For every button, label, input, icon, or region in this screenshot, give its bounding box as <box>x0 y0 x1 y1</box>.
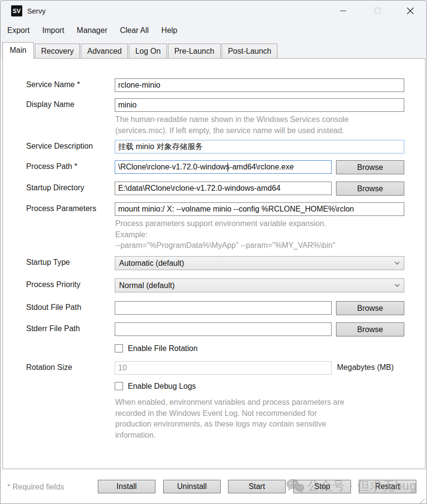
startup-type-value: Automatic (default) <box>119 259 184 268</box>
resize-grip[interactable] <box>420 499 425 504</box>
enable-file-rotation-label: Enable File Rotation <box>128 344 198 353</box>
process-parameters-help: Process parameters support environment v… <box>115 218 336 251</box>
rotation-size-unit-label: Megabytes (MB) <box>337 363 394 372</box>
service-description-label: Service Description <box>26 142 93 151</box>
browse-stderr-button[interactable]: Browse <box>336 322 404 336</box>
process-priority-select[interactable]: Normal (default) <box>115 278 404 292</box>
window-title: Servy <box>27 7 46 15</box>
chevron-down-icon <box>395 261 400 265</box>
stdout-file-path-input[interactable] <box>115 301 332 315</box>
tab-main[interactable]: Main <box>2 42 34 59</box>
process-parameters-label: Process Parameters <box>26 204 96 213</box>
startup-directory-input[interactable] <box>115 182 332 195</box>
stop-button[interactable]: Stop <box>293 480 351 493</box>
servy-window: SV Servy Export Import Manager Clear All… <box>0 0 427 504</box>
stderr-file-path-input[interactable] <box>115 322 332 336</box>
enable-debug-logs-label: Enable Debug Logs <box>128 382 196 391</box>
stdout-file-path-label: Stdout File Path <box>26 303 81 312</box>
rotation-size-input[interactable] <box>115 361 332 375</box>
tab-pre-launch[interactable]: Pre-Launch <box>168 44 221 58</box>
service-name-input[interactable] <box>115 78 404 92</box>
stderr-file-path-label: Stderr File Path <box>26 324 80 333</box>
menu-manager[interactable]: Manager <box>77 26 107 35</box>
close-button[interactable] <box>401 3 419 18</box>
process-path-label: Process Path * <box>26 162 77 171</box>
tab-post-launch[interactable]: Post-Launch <box>222 44 278 58</box>
maximize-button <box>369 3 386 18</box>
browse-process-path-button[interactable]: Browse <box>336 160 404 174</box>
menu-bar: Export Import Manager Clear All Help <box>0 21 177 40</box>
minimize-button[interactable] <box>335 3 352 18</box>
display-name-input[interactable] <box>115 98 404 112</box>
browse-startup-directory-button[interactable]: Browse <box>336 182 404 196</box>
enable-file-rotation-checkbox[interactable] <box>115 344 123 352</box>
tab-log-on[interactable]: Log On <box>129 44 167 58</box>
debug-logs-help: When enabled, environment variables and … <box>115 397 344 441</box>
chevron-down-icon <box>395 284 400 287</box>
menu-export[interactable]: Export <box>7 26 30 35</box>
tab-strip: Main Recovery Advanced Log On Pre-Launch… <box>2 42 278 59</box>
startup-type-label: Startup Type <box>26 258 70 267</box>
start-button[interactable]: Start <box>228 480 286 493</box>
menu-import[interactable]: Import <box>42 26 64 35</box>
display-name-help: The human-readable name shown in the Win… <box>115 114 349 136</box>
startup-directory-label: Startup Directory <box>26 183 84 192</box>
enable-debug-logs-checkbox[interactable] <box>115 382 123 390</box>
maximize-icon <box>375 8 381 14</box>
service-description-input[interactable] <box>115 140 404 153</box>
menu-help[interactable]: Help <box>161 26 177 35</box>
tab-recovery[interactable]: Recovery <box>35 44 80 58</box>
service-name-label: Service Name * <box>26 80 80 89</box>
browse-stdout-button[interactable]: Browse <box>336 301 404 315</box>
uninstall-button[interactable]: Uninstall <box>163 480 221 493</box>
rotation-size-label: Rotation Size <box>26 363 72 372</box>
process-priority-label: Process Priority <box>26 280 80 289</box>
display-name-label: Display Name <box>26 100 75 109</box>
tab-advanced[interactable]: Advanced <box>81 44 128 58</box>
menu-clear-all[interactable]: Clear All <box>120 26 149 35</box>
restart-button[interactable]: Restart <box>359 480 416 493</box>
app-icon: SV <box>11 5 22 16</box>
minimize-icon <box>340 11 346 11</box>
text-caret <box>228 163 228 172</box>
required-fields-note: * Required fields <box>7 483 64 491</box>
startup-type-select[interactable]: Automatic (default) <box>115 256 404 270</box>
close-icon <box>407 7 414 15</box>
install-button[interactable]: Install <box>98 480 155 493</box>
process-parameters-input[interactable] <box>115 202 404 216</box>
main-tab-panel: Service Name * Display Name The human-re… <box>2 58 426 469</box>
process-path-input[interactable] <box>115 160 332 174</box>
process-priority-value: Normal (default) <box>119 281 175 290</box>
